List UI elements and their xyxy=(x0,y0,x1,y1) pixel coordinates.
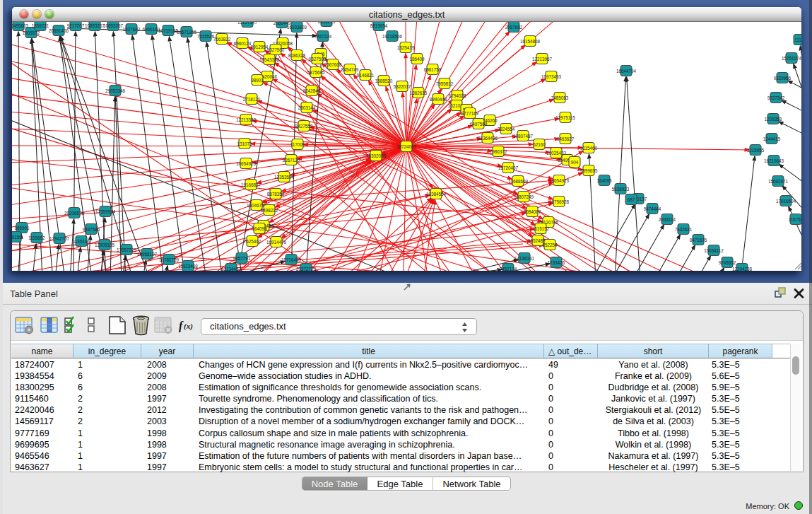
svg-text:5322037: 5322037 xyxy=(394,84,411,89)
svg-text:12905185: 12905185 xyxy=(95,243,115,247)
svg-text:5875685: 5875685 xyxy=(307,70,325,75)
svg-text:164095: 164095 xyxy=(596,178,612,183)
svg-text:252254: 252254 xyxy=(542,243,558,247)
svg-text:10853267: 10853267 xyxy=(85,23,105,28)
svg-text:12942757: 12942757 xyxy=(49,236,70,241)
svg-text:3267130: 3267130 xyxy=(283,158,300,163)
svg-text:16782759: 16782759 xyxy=(159,257,180,262)
svg-text:9457791: 9457791 xyxy=(233,256,251,261)
svg-text:5938923: 5938923 xyxy=(612,187,630,192)
svg-text:10958107: 10958107 xyxy=(137,252,158,257)
svg-text:12213382: 12213382 xyxy=(236,117,257,122)
svg-text:19384554: 19384554 xyxy=(426,192,447,197)
svg-text:13134457: 13134457 xyxy=(221,267,242,271)
svg-text:18807249: 18807249 xyxy=(514,194,534,199)
svg-text:1733426: 1733426 xyxy=(548,260,565,265)
svg-text:9227342: 9227342 xyxy=(767,95,785,100)
svg-text:10688609: 10688609 xyxy=(508,179,529,184)
svg-text:8912954: 8912954 xyxy=(251,45,269,49)
svg-text:7452134: 7452134 xyxy=(500,267,517,271)
svg-text:7955812: 7955812 xyxy=(436,81,454,86)
svg-text:7986372: 7986372 xyxy=(490,149,507,154)
svg-text:10654925: 10654925 xyxy=(236,161,257,166)
svg-text:1244415: 1244415 xyxy=(763,136,781,141)
svg-text:29053346: 29053346 xyxy=(105,88,126,93)
svg-text:1115682: 1115682 xyxy=(28,235,45,240)
svg-text:19166827: 19166827 xyxy=(241,182,261,187)
svg-text:7857224: 7857224 xyxy=(314,34,332,39)
svg-text:6794028: 6794028 xyxy=(449,93,466,98)
svg-text:9146821: 9146821 xyxy=(357,73,375,78)
svg-text:10543382: 10543382 xyxy=(259,57,280,62)
svg-text:1145194: 1145194 xyxy=(73,239,90,244)
svg-text:2718120: 2718120 xyxy=(243,97,261,102)
svg-text:9777169: 9777169 xyxy=(461,111,479,116)
svg-text:7632621: 7632621 xyxy=(675,227,693,232)
svg-text:8186328: 8186328 xyxy=(288,53,306,58)
svg-text:6497568: 6497568 xyxy=(470,122,488,127)
svg-text:39159: 39159 xyxy=(12,235,22,240)
svg-text:10654112: 10654112 xyxy=(704,248,724,253)
svg-text:8878352: 8878352 xyxy=(267,192,285,197)
svg-text:9474444: 9474444 xyxy=(644,206,661,211)
svg-text:164099: 164099 xyxy=(252,226,267,231)
svg-text:8427552: 8427552 xyxy=(295,124,313,129)
svg-text:9463627: 9463627 xyxy=(557,136,575,141)
svg-text:16914479: 16914479 xyxy=(266,240,287,245)
svg-text:8990448: 8990448 xyxy=(430,97,447,102)
svg-text:10756928: 10756928 xyxy=(549,199,570,204)
svg-text:1362615: 1362615 xyxy=(410,90,428,95)
svg-text:10719155: 10719155 xyxy=(158,28,179,33)
svg-text:(x): (x) xyxy=(184,322,193,331)
svg-text:8471676: 8471676 xyxy=(690,238,707,243)
svg-text:9084067: 9084067 xyxy=(524,209,541,214)
svg-text:6961758: 6961758 xyxy=(424,67,442,72)
svg-text:12294238: 12294238 xyxy=(732,267,753,271)
svg-text:9329966: 9329966 xyxy=(774,76,792,81)
svg-text:1117: 1117 xyxy=(794,37,801,42)
svg-text:8813054: 8813054 xyxy=(370,23,388,28)
svg-text:1615152: 1615152 xyxy=(532,226,550,231)
svg-text:15157347: 15157347 xyxy=(237,22,258,25)
svg-text:1839221: 1839221 xyxy=(32,23,49,28)
svg-text:20372723: 20372723 xyxy=(296,267,317,271)
svg-text:3824554: 3824554 xyxy=(498,127,515,132)
svg-text:17957225: 17957225 xyxy=(117,247,137,252)
svg-text:19654923: 19654923 xyxy=(549,178,570,183)
svg-text:131073: 131073 xyxy=(237,141,252,146)
svg-text:9245652: 9245652 xyxy=(719,260,736,265)
svg-text:9327500: 9327500 xyxy=(267,47,285,52)
svg-text:19218506: 19218506 xyxy=(382,34,403,39)
svg-text:17359924: 17359924 xyxy=(95,209,116,214)
svg-text:18724007: 18724007 xyxy=(396,144,417,149)
svg-text:9327508: 9327508 xyxy=(309,57,326,62)
svg-text:25302033: 25302033 xyxy=(366,153,387,158)
svg-text:10973493: 10973493 xyxy=(541,74,562,79)
svg-text:117006: 117006 xyxy=(290,142,305,147)
svg-text:2367608: 2367608 xyxy=(324,62,342,67)
svg-text:20691406: 20691406 xyxy=(49,28,69,33)
svg-text:9115460: 9115460 xyxy=(580,146,598,151)
svg-text:985901: 985901 xyxy=(14,226,30,230)
svg-text:7625402: 7625402 xyxy=(244,239,261,244)
svg-text:1588520: 1588520 xyxy=(375,78,393,83)
svg-text:10653267: 10653267 xyxy=(103,23,124,28)
svg-text:1325419: 1325419 xyxy=(397,45,415,50)
svg-text:12975115: 12975115 xyxy=(555,115,575,120)
svg-text:3215955: 3215955 xyxy=(747,148,765,153)
svg-text:20206576: 20206576 xyxy=(64,211,85,216)
svg-text:11923468: 11923468 xyxy=(178,264,198,269)
svg-text:116753: 116753 xyxy=(789,217,801,222)
svg-text:7515526: 7515526 xyxy=(197,34,215,39)
svg-text:8960124: 8960124 xyxy=(234,41,252,46)
svg-text:98901: 98901 xyxy=(251,78,264,83)
svg-text:15692971: 15692971 xyxy=(768,179,789,184)
svg-text:687: 687 xyxy=(628,197,635,202)
svg-text:15751074: 15751074 xyxy=(782,56,801,61)
svg-text:8336273: 8336273 xyxy=(318,22,336,24)
svg-text:7485083: 7485083 xyxy=(551,95,569,100)
svg-text:16210643: 16210643 xyxy=(764,158,784,163)
svg-text:5498222: 5498222 xyxy=(261,208,278,213)
svg-text:2803144: 2803144 xyxy=(298,105,316,110)
svg-text:16154808: 16154808 xyxy=(520,39,541,44)
